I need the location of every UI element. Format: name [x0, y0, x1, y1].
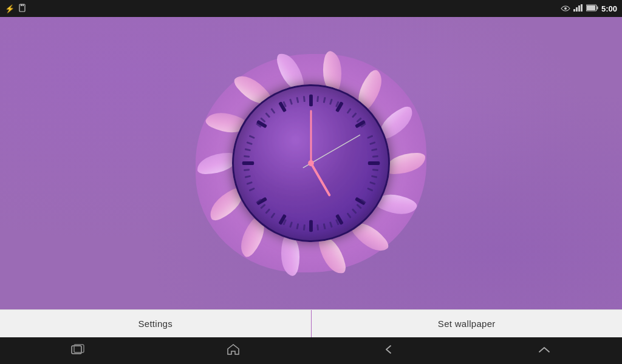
svg-rect-5: [576, 7, 578, 12]
svg-rect-36: [371, 175, 377, 178]
svg-point-74: [308, 160, 314, 166]
set-wallpaper-label: Set wallpaper: [438, 318, 496, 329]
clock-face: [232, 84, 390, 242]
svg-rect-24: [323, 97, 326, 103]
svg-rect-47: [303, 224, 306, 231]
svg-rect-55: [249, 187, 255, 192]
svg-rect-35: [372, 169, 378, 171]
wallpaper-area: [0, 17, 622, 309]
svg-rect-42: [347, 212, 352, 218]
svg-rect-61: [247, 141, 253, 145]
svg-point-3: [564, 7, 567, 10]
flower-container: [183, 36, 439, 291]
svg-rect-41: [352, 209, 357, 214]
svg-rect-2: [22, 4, 24, 6]
svg-rect-60: [245, 148, 251, 151]
home-button[interactable]: [214, 339, 252, 363]
svg-rect-62: [249, 135, 255, 139]
svg-rect-53: [260, 204, 265, 209]
svg-rect-1: [21, 4, 22, 6]
svg-rect-37: [369, 181, 375, 185]
svg-rect-70: [303, 96, 306, 102]
svg-rect-65: [265, 112, 270, 118]
svg-rect-31: [367, 135, 373, 139]
svg-rect-34: [372, 155, 378, 158]
eye-icon: [561, 4, 570, 13]
settings-button[interactable]: Settings: [0, 310, 311, 337]
svg-rect-57: [245, 175, 251, 178]
settings-label: Settings: [138, 318, 173, 329]
svg-rect-45: [323, 223, 326, 229]
battery-icon: [586, 4, 598, 13]
svg-rect-56: [247, 181, 253, 185]
svg-rect-68: [289, 99, 293, 105]
svg-rect-33: [371, 148, 377, 151]
svg-rect-0: [19, 4, 25, 12]
svg-rect-14: [368, 161, 380, 165]
svg-rect-10: [596, 6, 598, 9]
status-bar: ⚡: [0, 0, 622, 17]
status-right-icons: 5:00: [561, 4, 617, 13]
svg-rect-49: [289, 221, 293, 228]
svg-rect-40: [357, 204, 362, 209]
usb-icon: ⚡: [5, 4, 15, 13]
clock-markers: [234, 86, 388, 240]
svg-rect-4: [573, 9, 575, 12]
svg-rect-17: [309, 220, 313, 232]
svg-rect-7: [581, 4, 583, 12]
set-wallpaper-button[interactable]: Set wallpaper: [312, 310, 623, 337]
svg-rect-51: [270, 212, 275, 218]
svg-rect-44: [329, 221, 333, 228]
signal-icon: [573, 4, 583, 13]
svg-rect-9: [587, 5, 595, 10]
svg-rect-25: [329, 99, 333, 105]
svg-rect-48: [296, 223, 299, 229]
svg-rect-32: [369, 141, 375, 145]
svg-rect-28: [352, 112, 357, 118]
back-button[interactable]: [370, 339, 408, 363]
svg-rect-69: [296, 97, 299, 103]
status-left-icons: ⚡: [5, 4, 27, 14]
recent-apps-button[interactable]: [59, 339, 97, 363]
sim-icon: [18, 4, 27, 14]
up-button[interactable]: [525, 340, 563, 362]
svg-rect-23: [316, 96, 319, 102]
svg-rect-38: [367, 187, 373, 192]
svg-rect-6: [578, 5, 580, 12]
svg-rect-52: [265, 209, 270, 214]
svg-rect-11: [309, 95, 313, 107]
status-time: 5:00: [601, 4, 617, 13]
svg-rect-46: [316, 224, 319, 231]
svg-rect-27: [347, 108, 352, 114]
svg-rect-66: [270, 108, 275, 114]
svg-rect-58: [244, 169, 250, 171]
nav-bar: [0, 337, 622, 364]
svg-line-71: [311, 163, 329, 195]
svg-rect-59: [244, 155, 250, 158]
svg-rect-20: [242, 161, 255, 165]
action-bar: Settings Set wallpaper: [0, 309, 622, 337]
